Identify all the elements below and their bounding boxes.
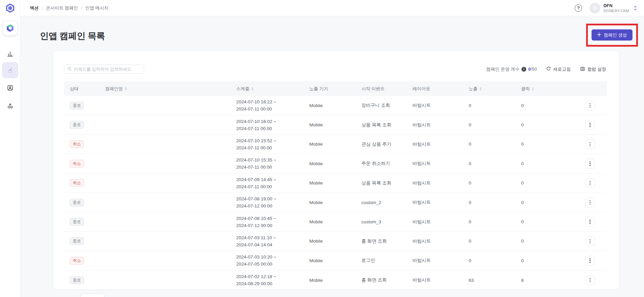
- schedule-start: 2024-07-10 16:22 ~: [236, 98, 304, 105]
- row-actions-button[interactable]: [585, 101, 595, 110]
- actions-cell: [570, 120, 607, 130]
- sort-icon[interactable]: [251, 87, 253, 91]
- table-row: 종료2024-07-08 19:00 ~2024-07-12 00:00Mobi…: [64, 193, 607, 212]
- column-header-clicks[interactable]: 클릭: [515, 86, 570, 92]
- column-settings-label: 컬럼 설정: [587, 66, 606, 72]
- breadcrumb-item[interactable]: 액션: [30, 5, 39, 11]
- row-actions-button[interactable]: [585, 198, 595, 207]
- actions-cell: [570, 256, 607, 266]
- actions-cell: [570, 236, 607, 246]
- clicks-cell: 0: [515, 122, 570, 127]
- event-cell: 관심 상품 추가: [356, 141, 407, 147]
- status-badge: 취소: [70, 140, 84, 148]
- column-header-schedule[interactable]: 스케줄: [230, 86, 304, 92]
- user-name: DFN: [603, 3, 629, 8]
- actions-cell: [570, 101, 607, 110]
- impressions-cell: 0: [463, 239, 515, 244]
- row-actions-button[interactable]: [585, 120, 595, 130]
- layout-cell: 바텀시트: [407, 199, 463, 205]
- column-header-impressions[interactable]: 노출: [463, 86, 515, 92]
- info-icon[interactable]: i: [521, 67, 526, 72]
- row-actions-button[interactable]: [585, 275, 595, 285]
- table-row: 종료2024-07-08 10:45 ~2024-07-12 00:00Mobi…: [64, 212, 607, 231]
- schedule-end: 2024-07-12 00:00: [236, 222, 304, 229]
- schedule-end: 2024-07-12 00:00: [236, 202, 304, 209]
- row-actions-button[interactable]: [585, 159, 595, 169]
- column-header-label: 레이아웃: [413, 86, 430, 92]
- sort-icon[interactable]: [125, 87, 127, 91]
- impressions-cell: 0: [463, 200, 515, 205]
- clicks-cell: 0: [515, 161, 570, 166]
- device-cell: Mobile: [304, 103, 356, 108]
- table-row: 종료2024-07-02 12:18 ~2024-08-29 00:00Mobi…: [64, 271, 607, 290]
- table-row: 취소2024-07-03 10:20 ~2024-07-05 00:00Mobi…: [64, 251, 607, 270]
- sidebar-item-analytics[interactable]: [2, 46, 18, 63]
- status-cell: 종료: [64, 218, 99, 226]
- schedule-start: 2024-07-03 11:10 ~: [236, 234, 304, 241]
- app-logo-icon[interactable]: [5, 3, 16, 14]
- column-header-label: 상태: [70, 86, 79, 92]
- search-box: [64, 65, 144, 74]
- sidebar-item-actions[interactable]: ☝: [2, 62, 18, 78]
- table-row: 종료2024-07-10 16:02 ~2024-07-11 00:00Mobi…: [64, 115, 607, 134]
- sort-icon[interactable]: [532, 87, 534, 91]
- user-card-icon: [7, 84, 14, 93]
- hand-pointer-icon: ☝: [8, 67, 12, 74]
- column-header-name[interactable]: 캠페인명: [99, 86, 230, 92]
- table-row: 취소2024-07-10 15:35 ~2024-07-11 00:00Mobi…: [64, 154, 607, 173]
- schedule-cell: 2024-07-02 12:18 ~2024-08-29 00:00: [230, 273, 304, 287]
- row-actions-button[interactable]: [585, 139, 595, 149]
- plus-icon: [597, 32, 601, 38]
- clicks-cell: 0: [515, 219, 570, 224]
- device-cell: Mobile: [304, 180, 356, 185]
- breadcrumb-item[interactable]: 온사이트 캠페인: [46, 5, 78, 11]
- search-input[interactable]: [74, 67, 141, 72]
- event-cell: custom_2: [356, 200, 407, 205]
- status-cell: 취소: [64, 140, 99, 148]
- column-header-label: 노출: [469, 86, 478, 92]
- column-settings-button[interactable]: 컬럼 설정: [580, 66, 606, 72]
- refresh-button[interactable]: 새로고침: [546, 66, 571, 72]
- clicks-cell: 0: [515, 258, 570, 263]
- schedule-start: 2024-07-08 10:45 ~: [236, 215, 304, 222]
- schedule-cell: 2024-07-10 15:52 ~2024-07-11 00:00: [230, 137, 304, 151]
- status-cell: 취소: [64, 179, 99, 187]
- breadcrumb-separator: /: [42, 5, 43, 10]
- help-button[interactable]: ?: [575, 4, 582, 12]
- create-campaign-button[interactable]: 캠페인 생성: [592, 29, 632, 41]
- campaign-table: 상태캠페인명스케줄노출 기기시작 이벤트레이아웃노출클릭 종료2024-07-1…: [64, 81, 607, 290]
- column-header-device: 노출 기기: [304, 86, 356, 92]
- sort-icon[interactable]: [480, 87, 482, 91]
- event-cell: 상품 목록 조회: [356, 180, 407, 186]
- row-actions-button[interactable]: [585, 256, 595, 266]
- event-cell: 로그인: [356, 257, 407, 264]
- row-actions-button[interactable]: [585, 236, 595, 246]
- schedule-start: 2024-07-08 19:00 ~: [236, 195, 304, 202]
- campaign-count-max: /50: [531, 67, 537, 72]
- layout-cell: 바텀시트: [407, 219, 463, 225]
- status-badge: 취소: [70, 160, 84, 168]
- schedule-cell: 2024-07-03 10:20 ~2024-07-05 00:00: [230, 253, 304, 268]
- impressions-cell: 0: [463, 180, 515, 185]
- refresh-icon: [546, 66, 551, 72]
- breadcrumb: 액션/온사이트 캠페인/인앱 메시지: [30, 5, 109, 11]
- device-cell: Mobile: [304, 122, 356, 127]
- workspace-logo-icon[interactable]: [3, 21, 18, 35]
- workspace-selector[interactable]: D DFN DFINERY-CRM: [590, 3, 637, 14]
- actions-cell: [570, 159, 607, 169]
- status-badge: 취소: [70, 179, 84, 187]
- page-size-select[interactable]: [80, 294, 105, 297]
- question-mark-icon: ?: [577, 5, 580, 10]
- schedule-cell: 2024-07-10 16:22 ~2024-07-11 00:00: [230, 98, 304, 113]
- event-cell: custom_3: [356, 219, 407, 224]
- row-actions-button[interactable]: [585, 217, 595, 227]
- list-controls: 캠페인 운영 개수 i 0/50 새로고침 컬럼 설정: [486, 65, 606, 74]
- sidebar-item-data[interactable]: [2, 98, 18, 115]
- row-actions-button[interactable]: [585, 178, 595, 188]
- device-cell: Mobile: [304, 161, 356, 166]
- sidebar-item-audience[interactable]: [2, 80, 18, 97]
- breadcrumb-item[interactable]: 인앱 메시지: [85, 5, 109, 11]
- event-cell: 상품 목록 조회: [356, 122, 407, 128]
- event-cell: 장바구니 조회: [356, 102, 407, 108]
- schedule-cell: 2024-07-08 10:45 ~2024-07-12 00:00: [230, 215, 304, 229]
